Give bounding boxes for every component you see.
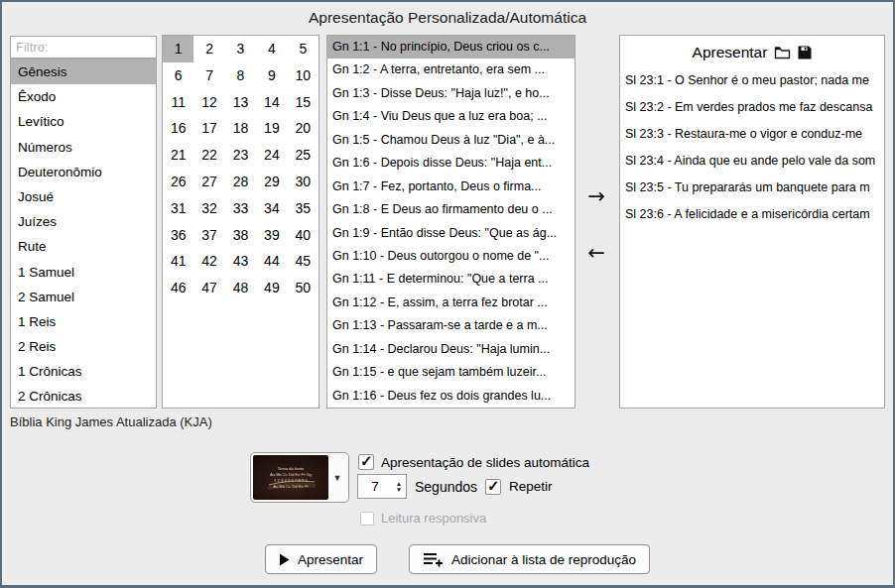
chapter-cell[interactable]: 44	[256, 248, 287, 275]
chapter-cell[interactable]: 35	[288, 195, 319, 222]
repeat-checkbox[interactable]	[485, 479, 501, 495]
verse-list-item[interactable]: Gn 1:4 - Viu Deus que a luz era boa; ...	[327, 105, 575, 128]
chapter-cell[interactable]: 10	[288, 62, 319, 89]
book-list-item[interactable]: Juízes	[11, 209, 156, 234]
chapter-cell[interactable]: 1	[163, 36, 193, 62]
chapter-cell[interactable]: 50	[288, 275, 319, 301]
book-list[interactable]: GênesisÊxodoLevíticoNúmerosDeuteronômioJ…	[10, 59, 157, 409]
verse-list-item[interactable]: Gn 1:3 - Disse Deus: "Haja luz!", e ho..…	[327, 82, 575, 105]
book-list-item[interactable]: Gênesis	[11, 59, 156, 84]
chapter-cell[interactable]: 7	[193, 62, 224, 89]
verse-list-item[interactable]: Gn 1:5 - Chamou Deus à luz "Dia", e à...	[327, 129, 575, 152]
chapter-cell[interactable]: 6	[163, 62, 193, 89]
book-list-item[interactable]: 2 Crônicas	[11, 384, 156, 409]
chapter-cell[interactable]: 5	[288, 36, 319, 62]
presentation-list[interactable]: Sl 23:1 - O Senhor é o meu pastor; nada …	[620, 67, 884, 228]
chapter-cell[interactable]: 24	[256, 142, 287, 169]
chapter-cell[interactable]: 33	[225, 195, 256, 222]
chapter-cell[interactable]: 22	[193, 142, 224, 169]
chapter-cell[interactable]: 12	[193, 89, 224, 116]
verse-list-item[interactable]: Gn 1:7 - Fez, portanto, Deus o firma...	[327, 176, 575, 198]
chapter-cell[interactable]: 42	[193, 248, 224, 275]
chapter-grid[interactable]: 1234567891011121314151617181920212223242…	[163, 36, 319, 301]
book-list-item[interactable]: Josué	[11, 184, 156, 209]
verse-list-item[interactable]: Gn 1:9 - Então disse Deus: "Que as ág...	[327, 222, 575, 245]
chapter-cell[interactable]: 27	[193, 169, 224, 195]
chapter-cell[interactable]: 49	[256, 275, 287, 301]
seconds-stepper[interactable]: 7 ▲ ▼	[357, 474, 407, 499]
chapter-cell[interactable]: 14	[256, 89, 287, 116]
book-list-item[interactable]: Rute	[11, 234, 156, 259]
chapter-cell[interactable]: 32	[193, 195, 224, 222]
verse-list-item[interactable]: Gn 1:1 - No princípio, Deus criou os c..…	[327, 36, 575, 59]
present-button[interactable]: Apresentar	[265, 544, 377, 574]
chapter-cell[interactable]: 16	[163, 115, 193, 142]
remove-verse-arrow-icon[interactable]: ←	[581, 239, 611, 267]
book-list-item[interactable]: 2 Reis	[11, 334, 156, 359]
chapter-cell[interactable]: 21	[163, 142, 193, 169]
chapter-cell[interactable]: 31	[163, 195, 193, 222]
presentation-list-item[interactable]: Sl 23:6 - A felicidade e a misericórdia …	[620, 201, 884, 228]
presentation-list-item[interactable]: Sl 23:5 - Tu prepararás um banquete para…	[620, 175, 884, 201]
chapter-cell[interactable]: 39	[256, 222, 287, 249]
chapter-cell[interactable]: 18	[225, 115, 256, 142]
presentation-list-item[interactable]: Sl 23:2 - Em verdes prados me faz descan…	[620, 94, 884, 121]
add-verse-arrow-icon[interactable]: →	[581, 182, 611, 210]
chapter-cell[interactable]: 11	[163, 89, 193, 116]
verse-list-item[interactable]: Gn 1:8 - E Deus ao firmamento deu o ...	[327, 198, 575, 221]
book-list-item[interactable]: Levítico	[11, 109, 156, 134]
save-icon[interactable]	[798, 46, 812, 59]
book-list-item[interactable]: Números	[11, 135, 156, 160]
chapter-cell[interactable]: 20	[288, 115, 319, 142]
chapter-cell[interactable]: 36	[163, 222, 193, 249]
verse-list-item[interactable]: Gn 1:11 - E determinou: "Que a terra ...	[327, 268, 575, 291]
book-list-item[interactable]: Êxodo	[11, 84, 156, 109]
verse-list-item[interactable]: Gn 1:13 - Passaram-se a tarde e a m...	[327, 314, 575, 337]
chapter-cell[interactable]: 41	[163, 248, 193, 275]
theme-selector-button[interactable]: Tema da fonte Aa Bb Cc Dd Ee Ff Gg 1 2 3…	[250, 452, 349, 503]
chapter-cell[interactable]: 46	[163, 275, 193, 301]
chapter-cell[interactable]: 30	[288, 169, 319, 195]
chapter-cell[interactable]: 28	[225, 169, 256, 195]
verse-list-item[interactable]: Gn 1:15 - e que sejam também luzeir...	[327, 361, 575, 384]
chapter-cell[interactable]: 25	[288, 142, 319, 169]
verse-list-item[interactable]: Gn 1:16 - Deus fez os dois grandes lu...	[327, 385, 575, 408]
auto-slides-checkbox[interactable]	[358, 454, 374, 470]
book-list-item[interactable]: 1 Reis	[11, 309, 156, 334]
chapter-cell[interactable]: 23	[225, 142, 256, 169]
chapter-cell[interactable]: 38	[225, 222, 256, 249]
chapter-cell[interactable]: 4	[256, 36, 287, 62]
chapter-cell[interactable]: 13	[225, 89, 256, 116]
verse-list-item[interactable]: Gn 1:12 - E, assim, a terra fez brotar .…	[327, 292, 575, 314]
verse-list-item[interactable]: Gn 1:6 - Depois disse Deus: "Haja ent...	[327, 152, 575, 175]
presentation-list-item[interactable]: Sl 23:1 - O Senhor é o meu pastor; nada …	[620, 67, 884, 94]
chapter-cell[interactable]: 26	[163, 169, 193, 195]
chapter-cell[interactable]: 29	[256, 169, 287, 195]
chapter-cell[interactable]: 34	[256, 195, 287, 222]
chapter-cell[interactable]: 40	[288, 222, 319, 249]
verse-list-item[interactable]: Gn 1:14 - Declarou Deus: "Haja lumin...	[327, 338, 575, 361]
verse-list[interactable]: Gn 1:1 - No princípio, Deus criou os c..…	[326, 35, 575, 409]
chapter-cell[interactable]: 8	[225, 62, 256, 89]
chapter-cell[interactable]: 48	[225, 275, 256, 301]
presentation-list-item[interactable]: Sl 23:3 - Restaura-me o vigor e conduz-m…	[620, 121, 884, 148]
chapter-cell[interactable]: 47	[193, 275, 224, 301]
open-folder-icon[interactable]	[774, 46, 791, 59]
filter-input[interactable]	[10, 36, 157, 59]
book-list-item[interactable]: 1 Crônicas	[11, 359, 156, 384]
chapter-cell[interactable]: 45	[288, 248, 319, 275]
chapter-cell[interactable]: 3	[225, 36, 256, 62]
spinner-down-icon[interactable]: ▼	[396, 487, 402, 493]
book-list-item[interactable]: Deuteronômio	[11, 160, 156, 184]
chapter-cell[interactable]: 9	[256, 62, 287, 89]
chapter-cell[interactable]: 37	[193, 222, 224, 249]
add-to-playlist-button[interactable]: Adicionar à lista de reprodução	[409, 544, 650, 574]
verse-list-item[interactable]: Gn 1:2 - A terra, entretanto, era sem ..…	[327, 59, 575, 81]
book-list-item[interactable]: 1 Samuel	[11, 260, 156, 285]
chapter-cell[interactable]: 43	[225, 248, 256, 275]
verse-list-item[interactable]: Gn 1:10 - Deus outorgou o nome de "...	[327, 245, 575, 268]
chapter-cell[interactable]: 2	[193, 36, 224, 62]
chapter-cell[interactable]: 19	[256, 115, 287, 142]
presentation-list-item[interactable]: Sl 23:4 - Ainda que eu ande pelo vale da…	[620, 148, 884, 175]
chapter-cell[interactable]: 17	[193, 115, 224, 142]
